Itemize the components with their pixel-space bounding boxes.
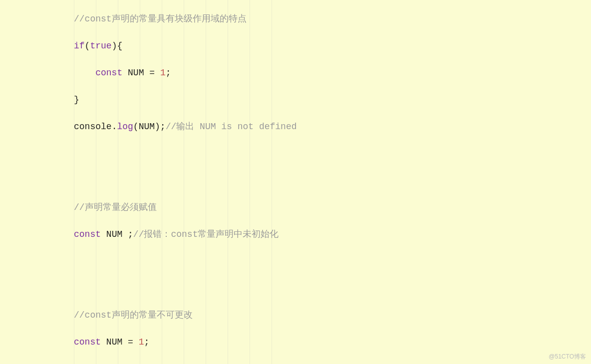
code-token (133, 337, 139, 347)
code-line: if(true){ (74, 39, 591, 53)
code-token: ; (144, 337, 149, 347)
code-token (74, 256, 79, 266)
code-token (155, 68, 160, 78)
code-token: ; (166, 68, 171, 78)
code-token: //const声明的常量不可更改 (74, 310, 193, 320)
code-token: NUM (139, 122, 155, 132)
code-line: const NUM = 1; (74, 336, 591, 349)
code-token: const (74, 229, 101, 239)
code-line (74, 255, 591, 268)
code-token: //报错：const常量声明中未初始化 (133, 229, 279, 239)
code-line (74, 147, 591, 161)
code-token: true (90, 41, 111, 51)
code-token: log (117, 122, 133, 132)
code-token (101, 337, 106, 347)
code-token: 1 (160, 68, 166, 78)
code-line: //声明常量必须赋值 (74, 201, 591, 214)
code-token: ; (122, 229, 133, 239)
code-token: //输出 NUM is not defined (166, 122, 297, 132)
code-token (144, 68, 149, 78)
code-token (122, 337, 128, 347)
code-token (122, 68, 128, 78)
code-token (101, 229, 106, 239)
code-line: //const声明的常量不可更改 (74, 309, 591, 322)
code-token (74, 176, 79, 185)
code-token: . (112, 122, 117, 132)
code-token: const (74, 337, 101, 347)
code-token: //声明常量必须赋值 (74, 202, 157, 212)
code-editor: //const声明的常量具有块级作用域的特点 if(true){ const N… (0, 0, 591, 364)
code-token: //const声明的常量具有块级作用域的特点 (74, 14, 247, 24)
code-token (74, 68, 95, 78)
code-line: const NUM ;//报错：const常量声明中未初始化 (74, 228, 591, 241)
code-token: ); (155, 122, 166, 132)
code-token: = (128, 337, 133, 347)
code-token (74, 149, 79, 159)
code-token: console (74, 122, 112, 132)
code-token: NUM (106, 229, 122, 239)
code-token: 1 (139, 337, 144, 347)
code-token: ){ (112, 41, 123, 51)
code-block: //const声明的常量具有块级作用域的特点 if(true){ const N… (0, 0, 591, 364)
code-line: } (74, 93, 591, 107)
watermark: @51CTO博客 (549, 353, 586, 361)
code-line: //const声明的常量具有块级作用域的特点 (74, 12, 591, 26)
code-line: const NUM = 1; (74, 66, 591, 80)
code-token: if (74, 41, 85, 51)
code-line (74, 174, 591, 187)
code-token: } (74, 95, 79, 105)
code-line (74, 282, 591, 295)
code-token: NUM (106, 337, 122, 347)
code-token: NUM (128, 68, 144, 78)
code-token (74, 283, 79, 293)
code-token: ( (85, 41, 90, 51)
code-line: console.log(NUM);//输出 NUM is not defined (74, 120, 591, 134)
code-token: = (149, 68, 155, 78)
code-token: const (95, 68, 122, 78)
code-token: ( (133, 122, 139, 132)
